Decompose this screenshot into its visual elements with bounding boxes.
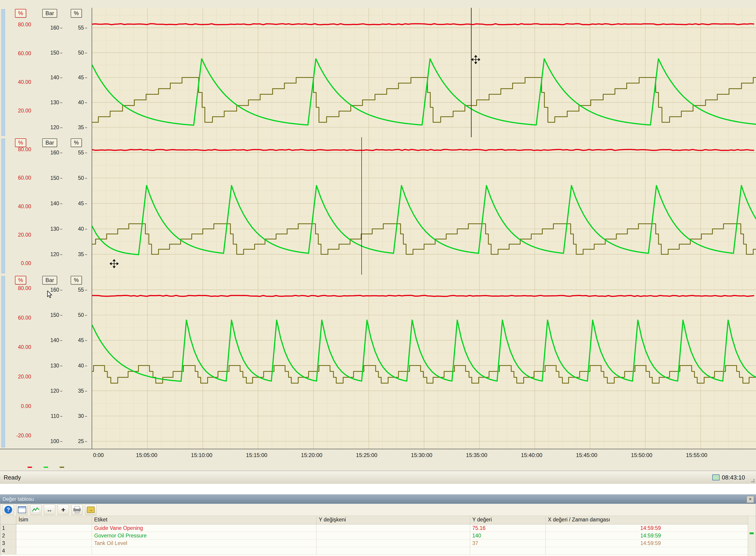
legend-series-mark: [60, 467, 64, 468]
percent-unit-box[interactable]: %: [71, 276, 82, 284]
axis-area: %80.0060.0040.0020.000.00-20.00Bar160150…: [0, 275, 92, 449]
plot-area[interactable]: [92, 8, 756, 137]
splitter-strip[interactable]: [1, 9, 5, 136]
status-text: Ready: [0, 474, 21, 481]
time-axis-label: 15:45:00: [576, 452, 597, 458]
time-axis-label: 15:55:00: [686, 452, 707, 458]
trend-icon-button[interactable]: [30, 505, 41, 515]
table-row[interactable]: 3Tank Oil Level3714:59:59: [0, 540, 756, 547]
plot-area[interactable]: [92, 137, 756, 275]
resize-grip[interactable]: [750, 478, 755, 483]
trend-charts-area: %80.0060.0040.0020.00Bar160150140130120%…: [0, 0, 756, 449]
trend-chart-3[interactable]: %80.0060.0040.0020.000.00-20.00Bar160150…: [0, 275, 756, 449]
axis-tick: 130: [50, 363, 59, 369]
status-bar: Ready 08:43:10: [0, 471, 756, 484]
row-number-cell: 3: [0, 540, 16, 547]
panel-titlebar[interactable]: Değer tablosu ×: [0, 495, 756, 504]
print-icon-button[interactable]: [71, 505, 83, 515]
y-degiskeni-cell: [316, 540, 470, 547]
y-degiskeni-cell: [316, 524, 470, 532]
axis-tick: -20.00: [16, 432, 31, 439]
value-table-icon: [18, 506, 26, 513]
percent-red-unit-box[interactable]: %: [15, 138, 26, 147]
time-axis-label: 15:05:00: [136, 452, 157, 458]
status-time: 08:43:10: [722, 474, 745, 481]
row-number-header: [0, 516, 16, 524]
axis-tick: 25: [78, 438, 84, 445]
splitter-strip[interactable]: [1, 276, 5, 447]
etiket-cell: Governor Oil Pressure: [92, 532, 316, 539]
bar-col: Bar160150140130120: [36, 137, 63, 275]
scrollbar-marker: [750, 532, 754, 534]
table-row[interactable]: 2Governor Oil Pressure14014:59:59: [0, 532, 756, 540]
splitter-strip[interactable]: [1, 139, 5, 273]
x-degeri-cell: [546, 547, 756, 554]
axis-tick: 45: [78, 74, 84, 81]
scale-icon-button[interactable]: ↔: [44, 505, 55, 515]
trace-guide-vane-opening: [92, 295, 754, 296]
export-icon-button[interactable]: →: [85, 505, 97, 515]
close-icon[interactable]: ×: [747, 496, 754, 503]
help-icon-button[interactable]: ?: [2, 505, 14, 515]
axis-tick: 40.00: [18, 203, 31, 210]
isim-cell: [16, 524, 92, 532]
axis-tick: 140: [50, 201, 59, 207]
panel-title: Değer tablosu: [2, 496, 34, 502]
percent-red-unit-box[interactable]: %: [15, 276, 26, 284]
axis-tick: 40: [78, 363, 84, 369]
value-table-panel: Değer tablosu × ?↔+→ İsimEtiketY değişke…: [0, 494, 756, 556]
axis-tick: 40.00: [18, 79, 31, 85]
trend-chart-1[interactable]: %80.0060.0040.0020.00Bar160150140130120%…: [0, 8, 756, 137]
mouse-cursor: [47, 291, 53, 300]
bar-col: Bar160150140130120110100: [36, 275, 63, 449]
bar-unit-box[interactable]: Bar: [42, 9, 57, 18]
plot-area[interactable]: [92, 275, 756, 449]
table-row[interactable]: 4: [0, 547, 756, 555]
isim-cell: [16, 540, 92, 547]
status-monitor-icon: [712, 475, 720, 480]
y-degiskeni-cell: [316, 532, 470, 539]
time-axis-label: 0:00: [93, 452, 104, 458]
bar-unit-box[interactable]: Bar: [42, 138, 57, 147]
axis-tick: 30: [78, 413, 84, 419]
axis-tick: 140: [50, 337, 59, 343]
axis-tick: 45: [78, 201, 84, 207]
trend-application: %80.0060.0040.0020.00Bar160150140130120%…: [0, 0, 756, 556]
column-header[interactable]: X değeri / Zaman damgası: [546, 516, 756, 524]
trend-cursor-line[interactable]: [362, 137, 362, 275]
trend-cursor-line[interactable]: [471, 8, 472, 137]
time-axis-label: 15:30:00: [411, 452, 432, 458]
y-degeri-cell: [470, 547, 546, 554]
row-number-cell: 1: [0, 524, 16, 532]
legend-series-mark: [43, 467, 48, 468]
row-number-cell: 4: [0, 547, 16, 554]
bar-unit-box[interactable]: Bar: [42, 276, 57, 284]
column-header[interactable]: Y değeri: [470, 516, 546, 524]
move-crosshair-icon[interactable]: [110, 259, 118, 268]
time-axis-label: 15:20:00: [301, 452, 322, 458]
percent-unit-box[interactable]: %: [71, 9, 82, 18]
percent-red-unit-box[interactable]: %: [15, 9, 26, 18]
table-scrollbar[interactable]: [748, 516, 756, 556]
x-degeri-cell: 14:59:59: [546, 532, 756, 539]
move-crosshair-icon[interactable]: [471, 55, 480, 64]
red-col: %80.0060.0040.0020.000.00-20.00: [6, 275, 35, 449]
window-gap: [0, 484, 756, 494]
help-icon: ?: [4, 506, 12, 514]
axis-tick: 50: [78, 50, 84, 56]
column-header[interactable]: Etiket: [92, 516, 316, 524]
axis-tick: 80.00: [18, 146, 31, 152]
percent-unit-box[interactable]: %: [71, 138, 82, 147]
panel-toolbar: ?↔+→: [0, 504, 756, 516]
cursor-values-icon-button[interactable]: +: [58, 505, 69, 515]
scale-icon: ↔: [46, 506, 53, 513]
column-header[interactable]: Y değişkeni: [316, 516, 470, 524]
column-header[interactable]: İsim: [16, 516, 92, 524]
axis-tick: 60.00: [18, 50, 31, 57]
trend-chart-2[interactable]: %80.0060.0040.0020.000.00Bar160150140130…: [0, 137, 756, 275]
axis-tick: 20.00: [18, 374, 31, 380]
y-degeri-cell: 75.16: [470, 524, 546, 532]
value-table-icon-button[interactable]: [16, 505, 28, 515]
legend-series-mark: [28, 467, 32, 468]
table-row[interactable]: 1Guide Vane Opening75.1614:59:59: [0, 524, 756, 532]
